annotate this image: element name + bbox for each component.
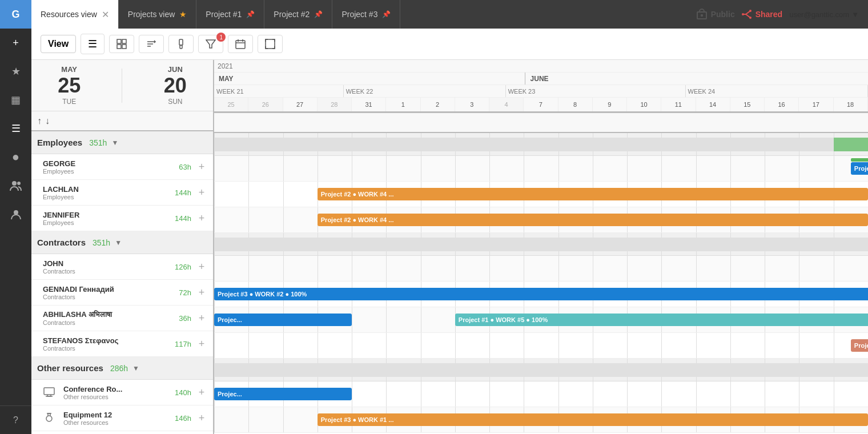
menu-button[interactable]: ☰	[81, 34, 105, 54]
pin-icon: 📌	[314, 10, 323, 18]
resource-gennadi-info: GENNADI Геннадий Contractors	[43, 285, 164, 300]
resource-conference-hours: 140h	[168, 388, 191, 397]
day-cell-14: 14	[696, 98, 730, 111]
equipment-icon	[43, 411, 55, 425]
expand-button[interactable]	[258, 35, 283, 53]
shared-icon	[742, 9, 752, 19]
close-tab-icon[interactable]: ✕	[102, 9, 109, 20]
resource-conference-add[interactable]: +	[196, 387, 207, 399]
grid-line	[421, 156, 421, 181]
grid-line	[386, 256, 387, 281]
gantt-bar[interactable]: Project #3 ● WORK #1 ...	[318, 413, 868, 426]
sort-button[interactable]	[139, 35, 164, 53]
right-date-month: JUN	[164, 65, 187, 74]
gantt-week-row: WEEK 21 WEEK 22 WEEK 23 WEEK 24	[214, 85, 868, 98]
group-other[interactable]: Other resources 286h ▼	[31, 357, 213, 380]
sort-asc-icon[interactable]: ↑	[37, 116, 42, 126]
resource-john-add[interactable]: +	[196, 261, 207, 273]
public-icon	[696, 9, 708, 20]
gantt-header: 2021 MAY JUNE WEEK 21 WEEK 22 WEEK 23 WE…	[214, 60, 868, 113]
gantt-bar[interactable]: Project #2 ● WORK #5 ● 100%	[851, 339, 868, 352]
shared-button[interactable]: Shared	[742, 9, 782, 19]
resource-stefanos-add[interactable]: +	[196, 338, 207, 350]
tab-resources-view[interactable]: Resources view ✕	[31, 0, 119, 29]
resource-john-hours: 126h	[168, 263, 191, 271]
sort-desc-icon[interactable]: ↓	[45, 116, 50, 126]
right-date-day: 20	[164, 74, 187, 98]
gantt-bar[interactable]: Project #1 ● WORK #5 ● 100%	[455, 314, 868, 326]
sidebar-icon-add[interactable]: +	[0, 29, 31, 57]
group-employees[interactable]: Employees 351h ▼	[31, 131, 213, 154]
tab-bar: Resources view ✕ Projects view ★ Project…	[31, 0, 868, 29]
tab-project1[interactable]: Project #1 📌	[196, 0, 264, 29]
resource-jennifer-group: Employees	[43, 219, 164, 226]
resource-abhilasha-group: Contractors	[43, 319, 164, 326]
user-menu[interactable]: user@ganttic.com ▼	[789, 10, 859, 19]
svg-marker-17	[206, 40, 215, 48]
resource-george-add[interactable]: +	[196, 161, 207, 173]
grid-line	[696, 156, 697, 181]
resource-lachlan-add[interactable]: +	[196, 187, 207, 199]
sidebar-icon-list[interactable]: ☰	[0, 114, 31, 143]
gantt-bar[interactable]: Projec...	[214, 314, 352, 326]
resource-george: GEORGE Employees 63h +	[31, 154, 213, 180]
resource-abhilasha-add[interactable]: +	[196, 312, 207, 324]
group-contractors[interactable]: Contractors 351h ▼	[31, 231, 213, 254]
grid-line	[421, 381, 421, 407]
tab-projects-view[interactable]: Projects view ★	[119, 0, 196, 29]
grid-line	[421, 333, 421, 358]
tab-project3[interactable]: Project #3 📌	[332, 0, 400, 29]
svg-point-7	[742, 13, 744, 15]
resource-gennadi-add[interactable]: +	[196, 287, 207, 299]
grid-line	[318, 333, 318, 358]
view-button[interactable]: View	[41, 35, 76, 53]
public-button[interactable]: Public	[696, 9, 735, 20]
resource-equipment-name: Equipment 12	[63, 411, 164, 419]
sort-controls: ↑ ↓	[31, 111, 213, 131]
gantt-bar[interactable]: Project #2 ● WORK #4 ...	[318, 188, 868, 200]
resource-equipment-add[interactable]: +	[196, 412, 207, 424]
gantt-bar[interactable]: Project #2 ● WORK #4 ...	[318, 214, 868, 226]
resource-lachlan-group: Employees	[43, 194, 164, 200]
group-other-chevron[interactable]: ▼	[132, 364, 139, 372]
sidebar-icon-resources[interactable]	[0, 171, 31, 200]
svg-point-5	[749, 10, 752, 12]
date-header: MAY 25 TUE JUN 20 SUN	[31, 60, 213, 111]
gantt-bar[interactable]: Project #3 ● 1...	[851, 162, 868, 175]
resource-equipment: Equipment 12 Other resources 146h +	[31, 405, 213, 431]
gantt-bar[interactable]	[851, 158, 868, 162]
grid-line	[248, 256, 249, 281]
day-cell-18: 18	[834, 98, 868, 111]
gantt-area: 2021 MAY JUNE WEEK 21 WEEK 22 WEEK 23 WE…	[214, 60, 868, 434]
gantt-bar[interactable]: Projec...	[214, 388, 352, 400]
grid-line	[730, 381, 731, 407]
resource-jennifer: JENNIFER Employees 144h +	[31, 206, 213, 231]
grid-line	[730, 256, 731, 281]
group-button[interactable]	[109, 35, 134, 53]
group-employees-chevron[interactable]: ▼	[111, 139, 118, 147]
grid-line	[214, 333, 215, 358]
grid-line	[352, 156, 352, 181]
gantt-row-abhilasha-अभिलाषा: Projec...Project #1 ● WORK #5 ● 100%Inte…	[214, 307, 868, 333]
group-contractors-chevron[interactable]: ▼	[115, 239, 122, 247]
svg-rect-8	[117, 39, 121, 43]
logo[interactable]: G	[0, 0, 31, 29]
sidebar-icon-star[interactable]: ★	[0, 57, 31, 86]
gantt-bar[interactable]: Project #3 ● WORK #2 ● 100%	[214, 288, 868, 300]
grid-line	[352, 256, 352, 281]
grid-line	[765, 156, 765, 181]
grid-line	[799, 333, 799, 358]
calendar-button[interactable]	[228, 35, 253, 53]
sidebar-icon-user[interactable]	[0, 200, 31, 228]
brush-button[interactable]	[168, 35, 194, 53]
resource-conference: Conference Ro... Other resources 140h +	[31, 380, 213, 405]
grid-line	[834, 333, 834, 358]
sidebar-icon-drop[interactable]: ●	[0, 143, 31, 171]
sidebar-icon-chart[interactable]: ▦	[0, 86, 31, 114]
sidebar-icon-help[interactable]: ?	[0, 405, 31, 434]
grid-line	[799, 381, 799, 407]
tab-project2[interactable]: Project #2 📌	[264, 0, 332, 29]
resource-jennifer-add[interactable]: +	[196, 212, 207, 224]
day-cell-8: 8	[558, 98, 593, 111]
svg-rect-11	[122, 45, 126, 49]
